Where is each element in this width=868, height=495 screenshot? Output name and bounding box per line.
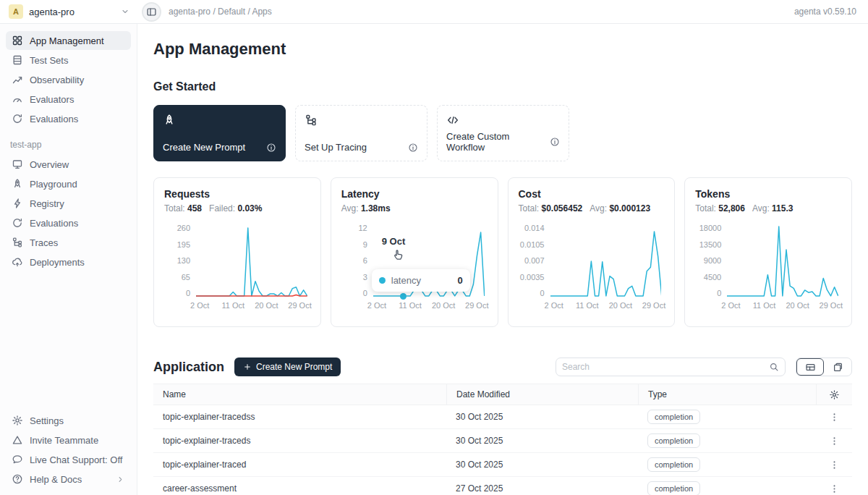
sidebar-item-test-sets[interactable]: Test Sets [6, 51, 131, 69]
stats-cards: RequestsTotal: 458Failed: 0.03%260195130… [153, 177, 852, 327]
card-view-button[interactable] [824, 358, 851, 376]
app-name[interactable]: topic-explainer-traced [153, 460, 446, 470]
search-input[interactable] [562, 362, 769, 372]
app-name[interactable]: career-assessment [153, 483, 446, 494]
sidebar-item-label: Help & Docs [30, 474, 109, 485]
stat-metrics: Total: 52,806Avg: 115.3 [695, 203, 841, 213]
type-badge: completion [647, 457, 700, 472]
cursor-hand-icon [392, 248, 406, 261]
sidebar-item-label: Playground [30, 179, 125, 190]
sidebar-item-label: Deployments [30, 257, 125, 268]
sidebar-item-evaluators[interactable]: Evaluators [6, 90, 131, 109]
sidebar-item-overview[interactable]: Overview [6, 155, 131, 174]
refresh-icon [12, 113, 23, 124]
info-icon [266, 143, 276, 153]
sidebar-item-label: Evaluations [30, 114, 125, 124]
sidebar-item-label: Evaluations [30, 218, 125, 229]
create-new-prompt-button[interactable]: Create New Prompt [234, 358, 341, 376]
tooltip-series-dot [379, 277, 386, 284]
chart-line-icon [12, 74, 23, 85]
workspace-avatar: A [9, 4, 23, 19]
grid-icon [12, 35, 23, 46]
column-header-date-modified[interactable]: Date Modified [446, 384, 638, 405]
sidebar-item-settings[interactable]: Settings [6, 411, 131, 430]
trace-icon [12, 237, 23, 248]
card-label: Set Up Tracing [305, 142, 367, 153]
row-menu-icon[interactable] [829, 436, 840, 447]
sidebar-item-label: Evaluators [30, 94, 125, 105]
list-icon [12, 54, 23, 66]
table-view-button[interactable] [796, 358, 824, 376]
sidebar-item-traces[interactable]: Traces [6, 233, 131, 252]
rocket-icon [12, 178, 23, 190]
plus-icon [243, 363, 252, 371]
sidebar-item-registry[interactable]: Registry [6, 194, 131, 213]
table-row[interactable]: career-assessment27 Oct 2025completion [153, 477, 852, 495]
sidebar-item-live-chat-support-off[interactable]: Live Chat Support: Off [6, 450, 131, 469]
workspace-switcher[interactable]: A agenta-pro [0, 4, 137, 19]
breadcrumb[interactable]: agenta-pro / Default / Apps [169, 7, 272, 17]
trace-icon [305, 114, 318, 127]
sidebar-item-label: Registry [30, 198, 125, 209]
sidebar-item-label: Traces [30, 237, 125, 248]
table-row[interactable]: topic-explainer-tracedss30 Oct 2025compl… [153, 405, 852, 429]
stat-metrics: Avg: 1.38ms [341, 203, 488, 213]
sidebar-item-deployments[interactable]: Deployments [6, 253, 131, 271]
table-row[interactable]: topic-explainer-traceds30 Oct 2025comple… [153, 429, 852, 453]
version-label: agenta v0.59.10 [794, 7, 856, 17]
sidebar-app-nav: OverviewPlaygroundRegistryEvaluationsTra… [6, 155, 131, 272]
question-icon [12, 473, 23, 485]
sidebar-item-playground[interactable]: Playground [6, 174, 131, 193]
sidebar-item-app-management[interactable]: App Management [6, 31, 131, 50]
row-menu-icon[interactable] [829, 412, 840, 423]
chevron-down-icon[interactable] [120, 7, 130, 17]
sidebar-item-label: Invite Teammate [30, 435, 125, 446]
table-row[interactable]: topic-explainer-traced30 Oct 2025complet… [153, 453, 852, 477]
type-badge: completion [647, 433, 700, 448]
sidebar-item-evaluations[interactable]: Evaluations [6, 213, 131, 232]
create-new-prompt-label: Create New Prompt [256, 362, 332, 372]
app-date-modified: 30 Oct 2025 [446, 436, 638, 446]
get-started-cards: Create New PromptSet Up TracingCreate Cu… [153, 105, 852, 161]
gauge-icon [12, 93, 23, 105]
latency-stat-card: LatencyAvg: 1.38ms1296302 Oct11 Oct20 Oc… [331, 177, 498, 327]
app-name[interactable]: topic-explainer-traceds [153, 436, 446, 446]
column-header-type[interactable]: Type [638, 384, 816, 405]
set-up-tracing-card[interactable]: Set Up Tracing [295, 105, 427, 161]
column-settings-gear-icon[interactable] [829, 389, 840, 400]
sidebar-toggle-button[interactable] [142, 2, 161, 22]
workspace-name: agenta-pro [29, 7, 114, 17]
sidebar-item-observability[interactable]: Observability [6, 70, 131, 89]
type-badge: completion [647, 410, 700, 424]
tooltip-value: 0 [458, 275, 463, 286]
rocket-icon [163, 114, 176, 127]
view-toggle [796, 358, 852, 376]
row-menu-icon[interactable] [829, 483, 840, 494]
hovered-point-dot [400, 293, 407, 300]
sidebar-item-evaluations[interactable]: Evaluations [6, 109, 131, 128]
card-label: Create Custom Workflow [446, 131, 550, 153]
sidebar: App ManagementTest SetsObservabilityEval… [0, 24, 137, 495]
app-date-modified: 30 Oct 2025 [446, 460, 638, 470]
stat-title: Tokens [695, 188, 841, 200]
app-name[interactable]: topic-explainer-tracedss [153, 412, 446, 422]
row-menu-icon[interactable] [829, 460, 840, 470]
info-icon [550, 137, 560, 147]
sidebar-item-label: Live Chat Support: Off [30, 454, 125, 465]
cost-chart: 0.0140.01050.0070.003502 Oct11 Oct20 Oct… [519, 224, 665, 312]
chart-tooltip: latency0 [372, 269, 470, 292]
search-icon[interactable] [769, 362, 779, 372]
sidebar-item-label: Observability [30, 75, 125, 85]
gear-icon [12, 415, 23, 426]
tooltip-series-label: latency [391, 275, 452, 286]
requests-chart: 2601951306502 Oct11 Oct20 Oct29 Oct [164, 224, 310, 312]
sidebar-item-help-docs[interactable]: Help & Docs [6, 470, 131, 488]
create-custom-workflow-card[interactable]: Create Custom Workflow [437, 105, 569, 161]
app-type: completion [638, 457, 816, 472]
sidebar-item-invite-teammate[interactable]: Invite Teammate [6, 431, 131, 449]
sidebar-group-label: test-app [6, 129, 131, 155]
type-badge: completion [647, 481, 700, 495]
tokens-chart: 18000135009000450002 Oct11 Oct20 Oct29 O… [695, 224, 841, 312]
column-header-name[interactable]: Name [153, 389, 446, 399]
create-new-prompt-card[interactable]: Create New Prompt [153, 105, 286, 161]
